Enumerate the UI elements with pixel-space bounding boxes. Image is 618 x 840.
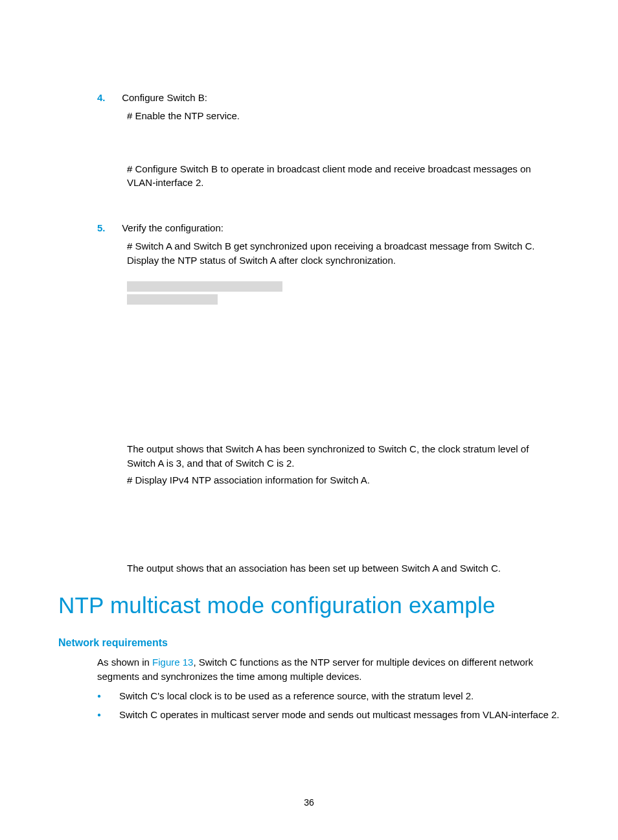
step-5-line-2: The output shows that Switch A has been …	[127, 442, 560, 471]
step-number-4: 4.	[97, 91, 119, 105]
section-heading: NTP multicast mode configuration example	[58, 589, 560, 622]
bullet-2: Switch C operates in multicast server mo…	[119, 708, 560, 722]
subsection-heading: Network requirements	[58, 635, 560, 650]
bullet-icon: ●	[97, 689, 119, 703]
step-5-title: Verify the configuration:	[122, 221, 223, 235]
bullet-icon: ●	[97, 708, 119, 722]
step-number-5: 5.	[97, 221, 119, 235]
page-number: 36	[0, 796, 618, 809]
step-5-line-4: The output shows that an association has…	[127, 561, 560, 576]
figure-link[interactable]: Figure 13	[152, 657, 193, 668]
intro-paragraph: As shown in Figure 13, Switch C function…	[97, 655, 560, 684]
step-4-title: Configure Switch B:	[122, 91, 207, 105]
redacted-bar-1	[127, 281, 282, 292]
redacted-bar-2	[127, 294, 218, 305]
step-5-line-3: # Display IPv4 NTP association informati…	[127, 473, 560, 487]
step-4-line-2: # Configure Switch B to operate in broad…	[127, 162, 560, 191]
bullet-1: Switch C's local clock is to be used as …	[119, 689, 560, 703]
step-4-line-1: # Enable the NTP service.	[127, 109, 560, 123]
intro-prefix: As shown in	[97, 657, 152, 668]
step-5-line-1: # Switch A and Switch B get synchronized…	[127, 239, 560, 268]
